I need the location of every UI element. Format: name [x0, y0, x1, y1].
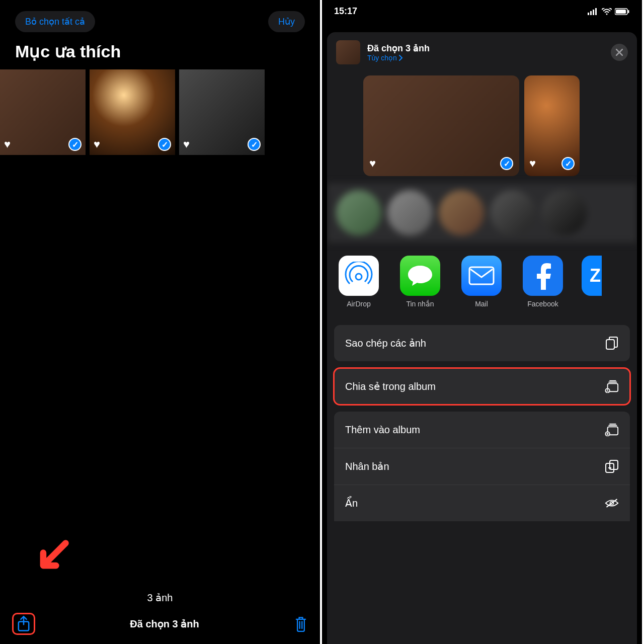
svg-point-13 [605, 388, 609, 392]
sheet-title: Đã chọn 3 ảnh [367, 43, 604, 54]
app-partial-icon: Z [590, 265, 601, 286]
heart-icon: ♥ [94, 138, 100, 151]
svg-rect-1 [588, 13, 589, 15]
annotation-highlight [12, 613, 35, 635]
action-add-to-album[interactable]: Thêm vào album [334, 412, 630, 448]
selected-check-icon: ✓ [68, 138, 82, 151]
app-label: AirDrop [347, 300, 370, 308]
close-icon [616, 49, 623, 56]
action-label: Chia sẻ trong album [345, 380, 436, 392]
add-album-icon [605, 423, 619, 437]
selected-check-icon: ✓ [248, 138, 261, 151]
heart-icon: ♥ [183, 138, 190, 151]
heart-icon: ♥ [529, 157, 536, 170]
heart-icon: ♥ [4, 138, 11, 151]
app-label: Tin nhắn [406, 300, 434, 308]
action-label: Sao chép các ảnh [345, 337, 426, 349]
top-actions: Bỏ chọn tất cả Hủy [0, 0, 320, 41]
photo-thumbnail[interactable]: ♥ ✓ [179, 69, 265, 155]
battery-icon [615, 8, 630, 15]
photo-thumbnail[interactable]: ♥ ✓ [0, 69, 86, 155]
share-app-more[interactable]: Z [582, 256, 602, 308]
selected-check-icon: ✓ [158, 138, 171, 151]
share-app-messages[interactable]: Tin nhắn [397, 256, 443, 308]
selected-check-icon: ✓ [500, 157, 513, 170]
share-icon[interactable] [17, 615, 31, 632]
messages-icon [407, 264, 433, 288]
photos-selection-screen: Bỏ chọn tất cả Hủy Mục ưa thích ♥ ✓ ♥ ✓ … [0, 0, 322, 644]
action-label: Thêm vào album [345, 424, 420, 436]
facebook-icon [533, 262, 553, 290]
preview-row[interactable]: ♥ ✓ ♥ ✓ [327, 72, 637, 183]
heart-icon: ♥ [369, 157, 376, 170]
share-sheet-screen: 15:17 Đã chọn 3 ảnh Tùy chọn ♥ ✓ [322, 0, 644, 644]
photo-count: 3 ảnh [147, 592, 173, 604]
svg-rect-7 [616, 10, 626, 14]
svg-rect-4 [595, 8, 597, 15]
contact-avatar[interactable] [439, 190, 484, 235]
page-title: Mục ưa thích [0, 41, 320, 69]
svg-rect-2 [590, 11, 592, 15]
contacts-row[interactable] [327, 183, 637, 243]
svg-point-9 [356, 274, 362, 280]
mail-icon [468, 266, 495, 285]
bottom-toolbar: 3 ảnh Đã chọn 3 ảnh [0, 583, 320, 644]
share-app-airdrop[interactable]: AirDrop [336, 256, 381, 308]
svg-rect-11 [606, 340, 614, 349]
cellular-icon [588, 8, 599, 15]
svg-point-14 [607, 389, 608, 390]
deselect-all-button[interactable]: Bỏ chọn tất cả [15, 11, 95, 32]
hide-icon [605, 496, 619, 510]
duplicate-icon [605, 459, 619, 473]
airdrop-icon [345, 262, 373, 290]
contact-avatar[interactable] [336, 190, 381, 235]
svg-rect-8 [628, 10, 629, 13]
cancel-button[interactable]: Hủy [268, 11, 305, 32]
share-sheet: Đã chọn 3 ảnh Tùy chọn ♥ ✓ ♥ ✓ [327, 32, 637, 644]
chevron-right-icon [399, 55, 403, 61]
action-copy-photos[interactable]: Sao chép các ảnh [334, 325, 630, 361]
share-app-facebook[interactable]: Facebook [520, 256, 566, 308]
annotation-arrow-icon [21, 524, 85, 588]
sheet-options-link[interactable]: Tùy chọn [367, 54, 604, 62]
status-bar: 15:17 [322, 0, 642, 21]
svg-rect-10 [469, 267, 494, 284]
sheet-thumbnail [336, 40, 360, 64]
contact-avatar[interactable] [490, 190, 535, 235]
photo-thumbnail[interactable]: ♥ ✓ [90, 69, 175, 155]
shared-album-icon [605, 379, 619, 393]
share-sheet-header: Đã chọn 3 ảnh Tùy chọn [327, 32, 637, 72]
wifi-icon [602, 8, 612, 15]
share-apps-row[interactable]: AirDrop Tin nhắn Mail Facebook [327, 243, 637, 320]
app-label: Facebook [527, 300, 558, 308]
action-label: Nhân bản [345, 460, 389, 472]
action-duplicate[interactable]: Nhân bản [334, 448, 630, 485]
action-share-in-album[interactable]: Chia sẻ trong album [334, 368, 630, 405]
contact-avatar[interactable] [387, 190, 433, 235]
share-app-mail[interactable]: Mail [459, 256, 504, 308]
svg-rect-3 [593, 10, 594, 15]
svg-point-5 [606, 13, 608, 15]
action-hide[interactable]: Ẩn [334, 485, 630, 521]
close-button[interactable] [611, 44, 628, 61]
app-label: Mail [475, 300, 488, 308]
copy-icon [605, 336, 619, 350]
action-label: Ẩn [345, 497, 358, 509]
thumbnails-row: ♥ ✓ ♥ ✓ ♥ ✓ [0, 69, 320, 155]
trash-icon[interactable] [294, 616, 308, 632]
preview-photo[interactable]: ♥ ✓ [524, 75, 580, 176]
selected-check-icon: ✓ [561, 157, 575, 170]
status-time: 15:17 [334, 6, 357, 17]
share-actions-list: Sao chép các ảnh Chia sẻ trong album Thê… [327, 320, 637, 521]
contact-avatar[interactable] [541, 190, 587, 235]
selected-count: Đã chọn 3 ảnh [130, 618, 199, 630]
preview-photo[interactable]: ♥ ✓ [363, 75, 519, 176]
